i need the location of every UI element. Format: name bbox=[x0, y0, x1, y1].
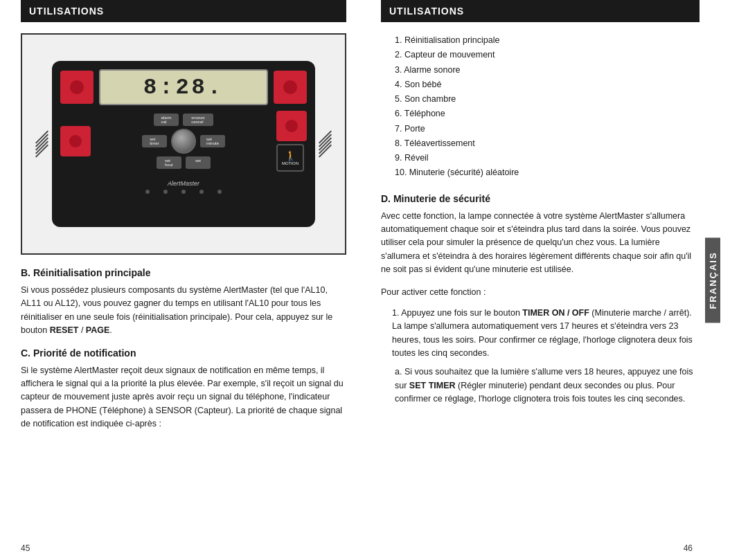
right-column: UTILISATIONS 1. Réinitialisation princip… bbox=[367, 0, 720, 560]
list-item-8: 8. Téléavertissement bbox=[395, 136, 700, 151]
device-set-minute-btn: setminute bbox=[200, 135, 225, 147]
list-item-5: 5. Son chambre bbox=[395, 92, 700, 107]
device-small-btns-row2: settimer setminute bbox=[142, 129, 225, 154]
page-num-right: 46 bbox=[684, 543, 693, 553]
list-item-6: 6. Téléphone bbox=[395, 107, 700, 121]
page-num-left: 45 bbox=[21, 543, 30, 553]
section-d-intro: Avec cette fonction, la lampe connectée … bbox=[381, 210, 700, 277]
right-header: UTILISATIONS bbox=[381, 0, 700, 22]
right-decoration bbox=[317, 136, 334, 152]
motion-figure-icon: 🚶 bbox=[285, 150, 296, 161]
alertmaster-label: AlertMaster bbox=[168, 180, 199, 187]
device-btn-top-right bbox=[274, 71, 307, 104]
section-d-activate: Pour activer cette fonction : bbox=[381, 286, 700, 299]
device-top-row: 8:28. bbox=[60, 69, 307, 105]
dot-5 bbox=[217, 190, 222, 194]
device-snooze-btn: snoozecancel bbox=[183, 114, 213, 126]
dot-2 bbox=[163, 190, 168, 194]
device-body: 8:28. alarmcal snoozecancel settimer bbox=[52, 61, 315, 227]
side-tab-text: FRANÇAIS bbox=[708, 251, 718, 309]
device-motion-btn: 🚶 MOTION bbox=[276, 144, 304, 172]
device-image: 8:28. alarmcal snoozecancel settimer bbox=[21, 33, 346, 255]
list-item-3: 3. Alarme sonore bbox=[395, 63, 700, 78]
left-column: UTILISATIONS bbox=[0, 0, 367, 560]
list-item-9: 9. Réveil bbox=[395, 151, 700, 165]
device-btn-mid-right bbox=[276, 111, 307, 141]
list-item-10: 10. Minuterie (sécurité) aléatoire bbox=[395, 165, 700, 180]
device-small-btns-row3: sethour set bbox=[157, 156, 211, 169]
sub-steps: a. Si vous souhaitez que la lumière s'al… bbox=[381, 365, 700, 406]
priority-list: 1. Réinitialisation principale 2. Capteu… bbox=[381, 33, 700, 181]
device-display: 8:28. bbox=[99, 69, 268, 105]
device-center-controls: alarmcal snoozecancel settimer setminute… bbox=[96, 114, 271, 169]
list-item-1: 1. Réinitialisation principale bbox=[395, 33, 700, 48]
set-timer-bold: SET TIMER bbox=[409, 381, 456, 390]
device-btn-mid-left bbox=[60, 126, 91, 156]
dot-1 bbox=[145, 190, 150, 194]
device-alarm-btn: alarmcal bbox=[154, 114, 179, 126]
device-middle-row: alarmcal snoozecancel settimer setminute… bbox=[60, 111, 307, 172]
section-b-body: Si vous possédez plusieurs composants du… bbox=[21, 284, 346, 338]
step-a: a. Si vous souhaitez que la lumière s'al… bbox=[395, 365, 700, 406]
left-header: UTILISATIONS bbox=[21, 0, 346, 22]
list-item-7: 7. Porte bbox=[395, 122, 700, 136]
section-b-title: B. Réinitialisation principale bbox=[21, 267, 346, 278]
motion-label: MOTION bbox=[282, 161, 299, 165]
left-decoration bbox=[33, 136, 51, 152]
timer-on-off-bold: TIMER ON / OFF bbox=[522, 308, 589, 318]
dot-3 bbox=[181, 190, 186, 194]
device-set-hour-btn: sethour bbox=[157, 156, 181, 169]
device-dots bbox=[145, 190, 222, 194]
section-c-body: Si le système AlertMaster reçoit deux si… bbox=[21, 364, 346, 431]
device-set2-btn: set bbox=[186, 156, 211, 169]
device-right-area: 🚶 MOTION bbox=[276, 111, 307, 172]
list-item-2: 2. Capteur de mouvement bbox=[395, 48, 700, 62]
section-d-title: D. Minuterie de sécurité bbox=[381, 193, 700, 204]
section-b-text: Si vous possédez plusieurs composants du… bbox=[21, 285, 332, 335]
reset-bold: RESET bbox=[50, 325, 79, 335]
dot-4 bbox=[199, 190, 204, 194]
device-small-btns-row1: alarmcal snoozecancel bbox=[154, 114, 213, 126]
device-knob bbox=[171, 129, 196, 154]
page-bold: PAGE bbox=[86, 325, 110, 335]
device-btn-top-left bbox=[60, 71, 93, 104]
step-1: 1. Appuyez une fois sur le bouton TIMER … bbox=[381, 307, 700, 361]
side-tab: FRANÇAIS bbox=[705, 237, 720, 323]
page-container: UTILISATIONS bbox=[0, 0, 748, 560]
list-item-4: 4. Son bébé bbox=[395, 78, 700, 92]
device-set-timer-btn: settimer bbox=[142, 135, 167, 147]
section-c-title: C. Priorité de notification bbox=[21, 347, 346, 359]
